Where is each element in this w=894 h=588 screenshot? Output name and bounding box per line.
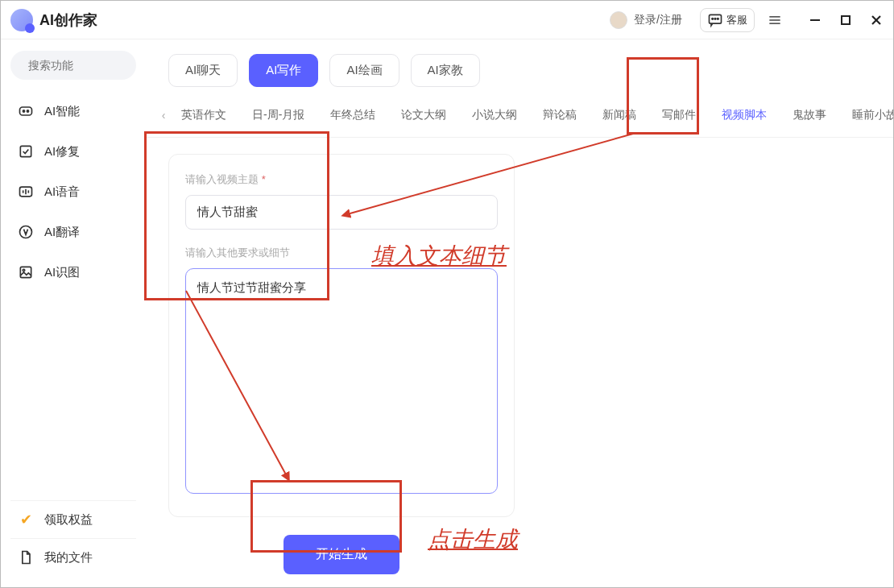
generate-button[interactable]: 开始生成 — [284, 535, 399, 574]
category-list: 英语作文 日-周-月报 年终总结 论文大纲 小说大纲 辩论稿 新闻稿 写邮件 视… — [172, 101, 894, 129]
cat-item[interactable]: 年终总结 — [321, 101, 385, 129]
title-bar: AI创作家 登录/注册 客服 — [1, 1, 893, 39]
hamburger-menu-button[interactable] — [764, 10, 785, 31]
maximize-button[interactable] — [838, 13, 853, 27]
svg-point-23 — [23, 269, 25, 271]
svg-point-14 — [23, 110, 24, 112]
svg-rect-8 — [842, 16, 850, 24]
sidebar-item-label: 领取权益 — [44, 512, 93, 528]
cat-item-active[interactable]: 视频脚本 — [712, 101, 776, 129]
sidebar-item-repair[interactable]: AI修复 — [10, 135, 136, 168]
header-right: 登录/注册 客服 — [602, 8, 884, 32]
cat-item[interactable]: 小说大纲 — [462, 101, 527, 129]
svg-point-2 — [714, 18, 716, 19]
main: AI聊天 AI写作 AI绘画 AI家教 ‹ 英语作文 日-周-月报 年终总结 论… — [146, 39, 894, 587]
file-icon — [17, 549, 35, 566]
form-card: 请输入视频主题 * 请输入其他要求或细节 — [168, 154, 515, 517]
svg-rect-13 — [20, 107, 32, 115]
close-button[interactable] — [869, 13, 884, 27]
topic-input[interactable] — [185, 195, 498, 230]
cat-item[interactable]: 论文大纲 — [391, 101, 456, 129]
login-link[interactable]: 登录/注册 — [634, 13, 682, 27]
submit-row: 开始生成 — [168, 535, 515, 574]
avatar-icon — [610, 11, 627, 29]
cat-item[interactable]: 鬼故事 — [783, 101, 836, 129]
mode-tabs: AI聊天 AI写作 AI绘画 AI家教 — [146, 39, 894, 93]
svg-point-3 — [718, 18, 719, 19]
sidebar-item-label: AI修复 — [44, 144, 80, 159]
mode-tab-write[interactable]: AI写作 — [249, 54, 318, 87]
sidebar-item-translate[interactable]: AI翻译 — [10, 215, 136, 249]
gift-icon: ✔ — [17, 511, 35, 528]
sidebar-item-benefits[interactable]: ✔ 领取权益 — [10, 500, 136, 538]
ai-icon — [17, 102, 35, 120]
customer-service-button[interactable]: 客服 — [700, 8, 755, 32]
sidebar-item-label: AI智能 — [44, 104, 80, 119]
cat-item[interactable]: 新闻稿 — [593, 101, 646, 129]
svg-rect-22 — [20, 267, 31, 277]
user-area[interactable]: 登录/注册 — [602, 8, 690, 32]
voice-icon — [17, 183, 35, 201]
content-area: 请输入视频主题 * 请输入其他要求或细节 开始生成 — [146, 138, 894, 588]
scroll-left-button[interactable]: ‹ — [155, 109, 172, 122]
sidebar-item-files[interactable]: 我的文件 — [10, 538, 136, 576]
nav-list: AI智能 AI修复 AI语音 AI翻译 AI识图 — [10, 94, 136, 289]
sidebar-item-image[interactable]: AI识图 — [10, 255, 136, 289]
sidebar-item-label: 我的文件 — [44, 550, 93, 565]
search-box[interactable] — [10, 51, 136, 80]
chat-icon — [707, 12, 723, 28]
minimize-button[interactable] — [808, 13, 822, 27]
svg-point-1 — [712, 18, 714, 19]
sidebar-item-label: AI识图 — [44, 265, 80, 280]
category-bar: ‹ 英语作文 日-周-月报 年终总结 论文大纲 小说大纲 辩论稿 新闻稿 写邮件… — [146, 93, 894, 138]
cat-item[interactable]: 写邮件 — [652, 101, 706, 129]
required-asterisk: * — [262, 173, 266, 185]
app-title: AI创作家 — [39, 10, 97, 30]
detail-label: 请输入其他要求或细节 — [185, 246, 498, 260]
sidebar-item-ai[interactable]: AI智能 — [10, 94, 136, 128]
repair-icon — [17, 143, 35, 160]
svg-point-15 — [27, 110, 28, 112]
sidebar-item-label: AI语音 — [44, 184, 80, 200]
sidebar: AI智能 AI修复 AI语音 AI翻译 AI识图 ✔ 领取权益 — [1, 39, 146, 587]
translate-icon — [17, 223, 35, 241]
cat-item[interactable]: 辩论稿 — [533, 101, 586, 129]
window-controls — [808, 13, 884, 27]
brand: AI创作家 — [10, 9, 97, 31]
svg-rect-16 — [20, 146, 31, 156]
cat-item[interactable]: 睡前小故事 — [842, 101, 894, 129]
app-logo-icon — [10, 9, 33, 31]
cat-item[interactable]: 日-周-月报 — [242, 101, 314, 129]
mode-tab-chat[interactable]: AI聊天 — [168, 54, 238, 87]
mode-tab-tutor[interactable]: AI家教 — [411, 54, 480, 87]
topic-label: 请输入视频主题 * — [185, 172, 498, 187]
sidebar-item-voice[interactable]: AI语音 — [10, 175, 136, 209]
cs-label: 客服 — [726, 13, 747, 27]
image-icon — [17, 263, 35, 281]
menu-icon — [767, 12, 783, 28]
sidebar-item-label: AI翻译 — [44, 225, 80, 240]
mode-tab-paint[interactable]: AI绘画 — [329, 54, 399, 87]
sidebar-bottom: ✔ 领取权益 我的文件 — [10, 500, 136, 576]
cat-item[interactable]: 英语作文 — [172, 101, 236, 129]
detail-textarea[interactable] — [185, 268, 498, 494]
